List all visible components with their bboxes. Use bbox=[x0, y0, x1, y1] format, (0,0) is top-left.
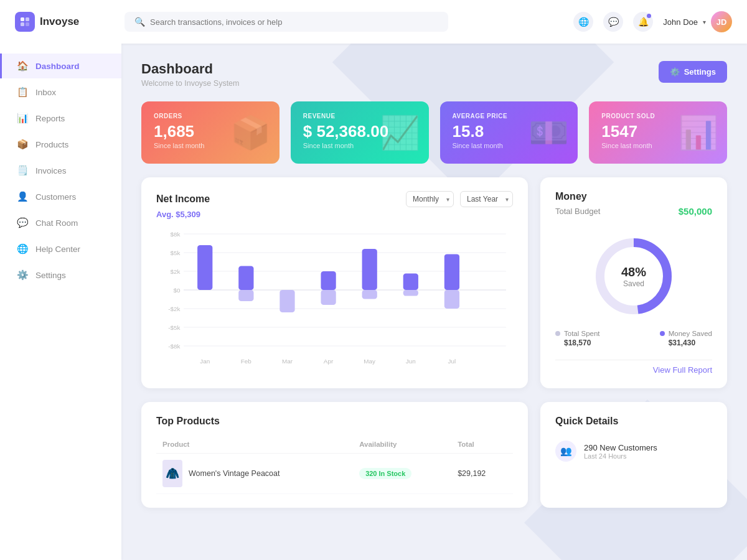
chart-title: Net Income bbox=[156, 194, 210, 205]
svg-rect-24 bbox=[362, 249, 377, 290]
user-name: John Doe bbox=[663, 17, 698, 27]
period-select-wrapper: Monthly Weekly Daily bbox=[406, 191, 454, 207]
sidebar-item-customers[interactable]: 👤 Customers bbox=[0, 184, 121, 209]
bar-chart: $8k $5k $2k $0 -$2k -$5k -$8k bbox=[156, 228, 513, 371]
settings-gear-icon: ⚙️ bbox=[670, 67, 680, 77]
svg-text:Apr: Apr bbox=[324, 358, 333, 364]
product-availability-cell: 320 In Stock bbox=[353, 454, 451, 494]
total-spent-dot-row: Total Spent bbox=[555, 330, 600, 337]
svg-text:-$5k: -$5k bbox=[168, 324, 181, 330]
svg-text:Feb: Feb bbox=[241, 358, 251, 364]
svg-rect-2 bbox=[21, 22, 24, 26]
svg-text:Jan: Jan bbox=[200, 358, 210, 364]
chart-avg: Avg. $5,309 bbox=[156, 210, 513, 219]
donut-pct: 48% bbox=[621, 265, 646, 279]
quick-details-card: Quick Details 👥 290 New Customers Last 2… bbox=[540, 402, 727, 508]
avatar: JD bbox=[711, 11, 732, 32]
legend-money-saved: Money Saved $31,430 bbox=[660, 330, 712, 347]
revenue-icon: 📈 bbox=[380, 114, 420, 152]
product-name-cell: 🧥 Women's Vintage Peacoat bbox=[156, 454, 353, 494]
sidebar-item-settings[interactable]: ⚙️ Settings bbox=[0, 263, 121, 287]
bar-chart-svg: $8k $5k $2k $0 -$2k -$5k -$8k bbox=[156, 228, 513, 371]
money-divider bbox=[555, 360, 712, 360]
sidebar-label-inbox: Inbox bbox=[35, 88, 56, 97]
money-legend: Total Spent $18,570 Money Saved $31,430 bbox=[555, 330, 712, 347]
budget-value: $50,000 bbox=[679, 206, 712, 217]
header-right: 🌐 💬 🔔 John Doe ▾ JD bbox=[573, 11, 732, 32]
avg-icon: 💵 bbox=[529, 114, 569, 152]
legend-total-spent: Total Spent $18,570 bbox=[555, 330, 600, 347]
svg-rect-26 bbox=[403, 274, 418, 290]
year-select[interactable]: Last Year This Year bbox=[460, 191, 513, 207]
svg-rect-21 bbox=[280, 290, 294, 312]
list-item: 👥 290 New Customers Last 24 Hours bbox=[555, 436, 712, 467]
stat-card-product-sold: PRODUCT SOLD 1547 Since last month 📊 bbox=[589, 101, 727, 164]
svg-text:Jun: Jun bbox=[406, 358, 416, 364]
view-full-report-link[interactable]: View Full Report bbox=[555, 365, 712, 375]
stats-row: ORDERS 1,685 Since last month 📦 REVENUE … bbox=[141, 101, 727, 164]
products-table: Product Availability Total 🧥 Women' bbox=[156, 436, 513, 494]
sidebar: 🏠 Dashboard 📋 Inbox 📊 Reports 📦 Products… bbox=[0, 44, 121, 560]
svg-rect-23 bbox=[321, 290, 336, 305]
svg-rect-27 bbox=[403, 290, 418, 296]
col-product: Product bbox=[156, 436, 353, 454]
svg-rect-28 bbox=[444, 254, 459, 290]
svg-text:-$8k: -$8k bbox=[168, 343, 181, 349]
svg-rect-3 bbox=[26, 22, 29, 26]
svg-text:Jul: Jul bbox=[448, 358, 456, 364]
reports-icon: 📊 bbox=[17, 113, 28, 124]
products-title: Top Products bbox=[156, 416, 513, 427]
sidebar-item-chat-room[interactable]: 💬 Chat Room bbox=[0, 210, 121, 235]
svg-rect-19 bbox=[238, 266, 253, 290]
quick-item-time: Last 24 Hours bbox=[584, 452, 712, 460]
stat-card-revenue: REVENUE $ 52,368.00 Since last month 📈 bbox=[291, 101, 429, 164]
sidebar-item-help-center[interactable]: 🌐 Help Center bbox=[0, 236, 121, 261]
notifications-button[interactable]: 🔔 bbox=[633, 12, 653, 32]
search-bar[interactable]: 🔍 bbox=[125, 12, 448, 32]
page-title: Dashboard bbox=[141, 61, 239, 77]
chat-button[interactable]: 💬 bbox=[603, 12, 623, 32]
products-icon: 📦 bbox=[17, 139, 28, 150]
page-title-area: Dashboard Welcome to Invoyse System bbox=[141, 61, 239, 88]
svg-rect-25 bbox=[362, 290, 377, 299]
total-spent-dot bbox=[555, 331, 560, 336]
chart-header: Net Income Monthly Weekly Daily bbox=[156, 191, 513, 207]
svg-rect-20 bbox=[238, 290, 253, 301]
money-card: Money Total Budget $50,000 48 bbox=[540, 177, 727, 388]
sidebar-item-reports[interactable]: 📊 Reports bbox=[0, 106, 121, 131]
page-header: Dashboard Welcome to Invoyse System ⚙️ S… bbox=[141, 61, 727, 88]
period-select[interactable]: Monthly Weekly Daily bbox=[406, 191, 454, 207]
svg-text:-$2k: -$2k bbox=[168, 306, 181, 312]
search-input[interactable] bbox=[150, 17, 438, 27]
sidebar-item-dashboard[interactable]: 🏠 Dashboard bbox=[0, 54, 121, 78]
svg-text:$2k: $2k bbox=[171, 268, 181, 274]
donut-text: Saved bbox=[621, 279, 646, 288]
money-saved-dot bbox=[660, 331, 665, 336]
sidebar-label-invoices: Invoices bbox=[35, 166, 67, 175]
user-menu[interactable]: John Doe ▾ JD bbox=[663, 11, 732, 32]
money-saved-dot-row: Money Saved bbox=[660, 330, 712, 337]
sidebar-item-inbox[interactable]: 📋 Inbox bbox=[0, 80, 121, 105]
page-subtitle: Welcome to Invoyse System bbox=[141, 79, 239, 88]
app-name: Invoyse bbox=[40, 16, 79, 28]
year-select-wrapper: Last Year This Year bbox=[460, 191, 513, 207]
net-income-card: Net Income Monthly Weekly Daily bbox=[141, 177, 528, 388]
settings-btn-label: Settings bbox=[684, 67, 716, 77]
help-center-icon: 🌐 bbox=[17, 243, 28, 254]
quick-item-label: 290 New Customers bbox=[584, 443, 712, 452]
sidebar-label-reports: Reports bbox=[35, 114, 65, 123]
money-saved-key: Money Saved bbox=[669, 330, 712, 337]
settings-button[interactable]: ⚙️ Settings bbox=[659, 61, 727, 83]
customers-quick-icon: 👥 bbox=[555, 441, 576, 462]
main-layout: 🏠 Dashboard 📋 Inbox 📊 Reports 📦 Products… bbox=[0, 44, 747, 560]
product-img: 🧥 bbox=[162, 460, 182, 487]
sidebar-item-products[interactable]: 📦 Products bbox=[0, 132, 121, 157]
quick-item-info: 290 New Customers Last 24 Hours bbox=[584, 443, 712, 460]
product-total-cell: $29,192 bbox=[451, 454, 513, 494]
orders-icon: 📦 bbox=[230, 114, 271, 152]
svg-rect-1 bbox=[26, 17, 29, 21]
stat-card-orders: ORDERS 1,685 Since last month 📦 bbox=[141, 101, 280, 164]
sidebar-item-invoices[interactable]: 🗒️ Invoices bbox=[0, 158, 121, 183]
in-stock-badge: 320 In Stock bbox=[359, 468, 411, 479]
globe-button[interactable]: 🌐 bbox=[573, 12, 593, 32]
